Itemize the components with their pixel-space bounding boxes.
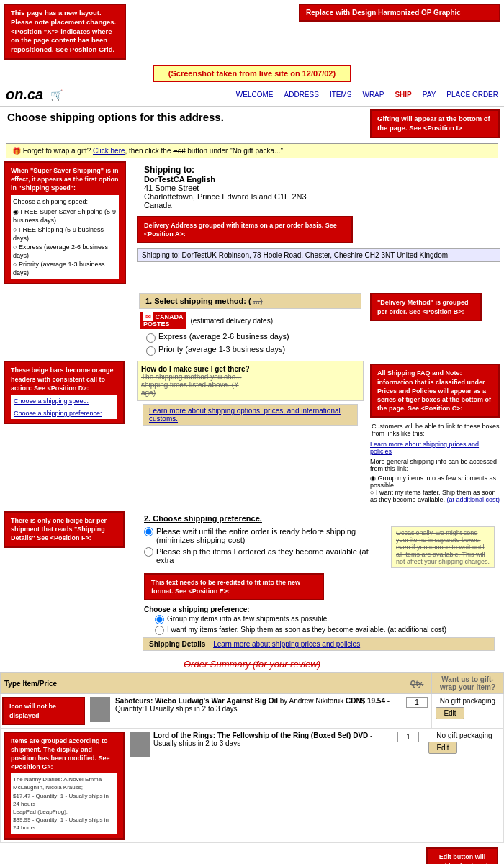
table-row: Items are grouped according to shipment.… [1, 728, 504, 842]
shipping-address-bar: Shipping to: DorTestUK Robinson, 78 Hool… [137, 248, 500, 262]
amazon-logo: on.ca [6, 86, 43, 103]
screenshot-banner: (Screenshot taken from live site on 12/0… [153, 65, 351, 82]
edit-button-annotation: Edit button will not be displayed [426, 847, 498, 864]
order-table: Type Item/Price Qty. Want us to gift-wra… [0, 672, 504, 842]
priority-option[interactable]: Priority (average 1-3 business days) [146, 345, 354, 356]
gift-label-2: No gift packaging [428, 732, 500, 739]
item-details-2: Lord of the Rings: The Fellowship of the… [153, 732, 388, 747]
customer-name: DorTestCA English [144, 175, 493, 184]
nav-pay[interactable]: PAY [423, 91, 436, 99]
navigation-bar: WELCOME ADDRESS ITEMS WRAP SHIP PAY PLAC… [236, 91, 498, 99]
address-country: Canada [144, 201, 493, 210]
order-summary-section: Order Summary (for your review) Type Ite… [0, 659, 504, 864]
edit-btn-1[interactable]: Edit [436, 707, 464, 719]
canada-post-row: ✉ CANADAPOSTES (estimated delivery dates… [140, 312, 360, 329]
pref2-input[interactable] [155, 626, 164, 635]
edit-btn-2[interactable]: Edit [428, 742, 457, 754]
gift-label-1: No gift packaging [436, 697, 500, 705]
cart-icon: 🛒 [50, 89, 63, 101]
col-gift-wrap: Want us to gift-wrap your Item? [432, 673, 504, 694]
shipping-prices-link[interactable]: Learn more about shipping prices and pol… [213, 640, 360, 648]
nav-welcome[interactable]: WELCOME [236, 91, 274, 99]
table-row: Icon will not be displayed Saboteurs: Wi… [1, 694, 504, 728]
group-radio-note: ◉ Group my items into as few shipments a… [370, 474, 501, 503]
ship-ordered-radio-input[interactable] [144, 547, 153, 557]
page-heading: Choose shipping options for this address… [0, 107, 367, 127]
pref-radio-1[interactable]: Group my items into as few shipments as … [155, 615, 482, 624]
learn-more-link[interactable]: Learn more about shipping options, price… [149, 407, 341, 423]
gift-link[interactable]: Click here [93, 147, 125, 155]
pref1-input[interactable] [155, 615, 164, 624]
shipping-to-label: Shipping to: [144, 165, 493, 175]
shipping-to-block: Shipping to: DorTestCA English 41 Some S… [144, 165, 493, 210]
delivery-method-annotation: "Delivery Method" is grouped per order. … [370, 293, 482, 320]
item-icon [90, 697, 110, 722]
delivery-grouped-annotation: Delivery Address grouped with items on a… [137, 216, 353, 243]
order-summary-header: Order Summary (for your review) [0, 659, 504, 670]
position-e-annotation: This text needs to be re-edited to fit i… [144, 573, 324, 600]
item-title-1: Saboteurs: Wiebo Ludwig's War Against Bi… [115, 697, 280, 705]
priority-radio[interactable] [146, 346, 156, 356]
replace-graphic-annotation: Replace with Design Harmonized OP Graphi… [299, 4, 500, 22]
express-radio[interactable] [146, 333, 156, 343]
amazon-header: on.ca 🛒 WELCOME ADDRESS ITEMS WRAP SHIP … [0, 84, 504, 107]
beige-bars-annotation: These beige bars become orange headers w… [4, 361, 125, 424]
link-note: Customers will be able to link to these … [370, 421, 501, 438]
how-to-box: How do I make sure I get there? The ship… [137, 361, 364, 401]
learn-more-bar[interactable]: Learn more about shipping options, price… [143, 404, 358, 426]
more-info: More general shipping info can be access… [370, 458, 501, 472]
address-line1: 41 Some Street [144, 184, 493, 192]
nav-wrap[interactable]: WRAP [362, 91, 384, 99]
wait-radio-input[interactable] [144, 527, 153, 536]
items-grouped-annotation: Items are grouped according to shipment.… [4, 732, 125, 840]
super-saver-annotation: When "Super Saver Shipping" is in effect… [4, 161, 126, 285]
qty-input-1[interactable] [406, 697, 428, 708]
col-type-item: Type Item/Price [1, 673, 402, 694]
nav-address[interactable]: ADDRESS [284, 91, 319, 99]
express-option[interactable]: Express (average 2-6 business days) [146, 332, 354, 343]
faq-annotation: All Shipping FAQ and Note: information t… [370, 364, 500, 418]
item-price-1: CDN$ 19.54 [346, 697, 385, 705]
nav-items[interactable]: ITEMS [330, 91, 352, 99]
top-left-annotation: This page has a new layout. Please note … [4, 4, 126, 60]
icon-not-displayed-annotation: Icon will not be displayed [2, 697, 85, 724]
one-beige-bar-annotation: There is only one beige bar per shipment… [4, 511, 125, 547]
select-shipping-header: 1. Select shipping method: ( ...) [139, 293, 361, 309]
qty-input-2[interactable] [397, 732, 419, 742]
wait-before-radio[interactable]: Please wait until the entire order is re… [144, 527, 374, 544]
shipping-details-bar: Shipping Details Learn more about shippi… [143, 637, 495, 651]
col-qty: Qty. [402, 673, 432, 694]
pref-radio-2[interactable]: I want my items faster. Ship them as soo… [155, 626, 482, 635]
ship-as-ordered-radio[interactable]: Please ship the items I ordered as they … [144, 547, 374, 564]
canada-post-logo: ✉ CANADAPOSTES [140, 312, 186, 329]
item-icon-2 [130, 732, 150, 757]
gift-banner: 🎁 Forget to wrap a gift? Click here, the… [6, 143, 498, 158]
nav-ship[interactable]: SHIP [395, 91, 411, 99]
item-author-1: by Andrew Nikiforuk [280, 697, 343, 705]
note-box: Occasionally, we might send your items i… [391, 526, 495, 568]
address-line2: Charlottetown, Prince Edward Island C1E … [144, 192, 493, 201]
faq-link[interactable]: Learn more about shipping prices and pol… [370, 441, 501, 455]
choose-pref-heading: 2. Choose shipping preference. [144, 514, 493, 523]
nav-place-order[interactable]: PLACE ORDER [446, 91, 498, 99]
pref-section: Choose a shipping preference: Group my i… [144, 606, 493, 635]
gifting-annotation: Gifting will appear at the bottom of the… [370, 109, 500, 138]
page-container: This page has a new layout. Please note … [0, 0, 504, 864]
